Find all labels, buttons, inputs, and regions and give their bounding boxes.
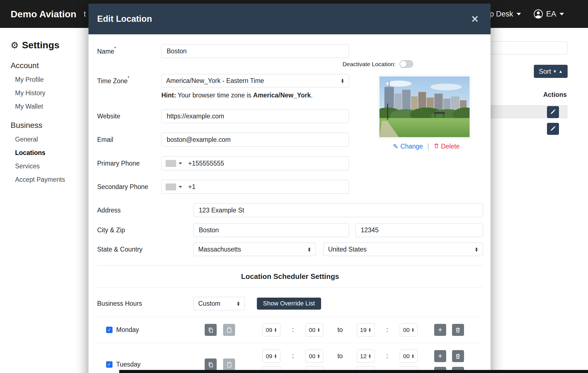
sidebar-item-locations[interactable]: Locations [0,149,87,157]
delete-photo-link[interactable]: Delete [434,143,460,150]
user-initials: EA [546,10,556,18]
name-input[interactable] [161,44,349,58]
deactivate-row: Deactivate Location: [161,60,413,68]
sidebar-item-accept-payments[interactable]: Accept Payments [0,176,87,183]
edit-location-modal: Edit Location × [89,4,491,373]
updown-arrows-icon [307,247,311,252]
name-label: Name* [97,47,161,55]
sidebar-item-my-wallet[interactable]: My Wallet [0,103,87,110]
secondary-phone-input[interactable]: +1 [161,180,349,194]
state-country-label: State & Country [97,246,193,253]
email-input[interactable] [161,133,349,147]
to-minute-select[interactable]: 00 [400,350,418,363]
sort-button[interactable]: Sort ▼ ▲ [534,65,568,78]
day-checkbox[interactable]: ✓ [106,327,113,333]
business-hours-mode-value: Custom [198,300,220,307]
to-label: to [337,352,343,360]
state-value: Massachusetts [198,246,241,253]
updown-arrows-icon [368,354,371,358]
address-input[interactable] [193,203,483,217]
settings-sidebar: ⚙ Settings Account My Profile My History… [0,28,87,183]
bottom-bar [119,370,588,373]
divider [97,265,483,266]
gear-icon: ⚙ [11,41,19,50]
delete-range-button[interactable] [452,324,464,336]
photo-actions: ✎ Change | Delete [378,143,474,150]
day-ranges: 09:00to12:00+14:00to18:00+ [262,350,483,373]
copy-hours-button[interactable] [205,358,217,370]
updown-arrows-icon [368,328,371,332]
paste-hours-button[interactable] [223,358,235,370]
business-hours-mode-select[interactable]: Custom [193,297,245,310]
colon-separator: : [292,352,294,360]
primary-phone-label: Primary Phone [97,160,161,167]
to-minute-select[interactable]: 00 [400,323,418,336]
to-hour-select[interactable]: 19 [357,323,375,336]
change-label: Change [400,143,423,150]
scheduler-day-row: ✓Monday09:00to19:00+ [97,317,483,343]
add-range-button[interactable]: + [434,350,446,362]
country-flag-placeholder[interactable] [166,160,176,167]
primary-phone-input[interactable]: +155555555 [161,156,349,170]
actions-column-header: Actions [514,91,567,99]
copy-hours-button[interactable] [205,324,217,336]
pencil-icon [550,125,556,133]
caret-down-icon [517,13,521,15]
day-checkbox[interactable]: ✓ [106,361,113,368]
close-icon[interactable]: × [471,13,478,25]
settings-title-label: Settings [22,40,59,51]
deactivate-label: Deactivate Location: [343,61,396,68]
updown-arrows-icon [274,328,277,332]
deactivate-toggle[interactable] [400,60,413,68]
modal-body: ✎ Change | Delete Name* Deactivate Locat… [89,34,491,373]
paste-hours-button[interactable] [223,324,235,336]
updown-arrows-icon [411,328,414,332]
trash-icon [434,143,439,150]
updown-arrows-icon [317,328,320,332]
day-tools [205,358,262,370]
location-photo [378,75,471,139]
colon-separator: : [386,326,388,334]
brand-link[interactable]: Demo Aviation [11,0,77,28]
state-select[interactable]: Massachusetts [193,243,316,256]
day-cell: ✓Monday [97,326,205,334]
zip-input[interactable] [355,223,483,237]
from-hour-select[interactable]: 09 [262,350,280,363]
show-override-list-button[interactable]: Show Override List [257,298,321,310]
updown-arrows-icon [317,354,320,358]
time-range-row: 09:00to19:00+ [262,323,483,336]
city-input[interactable] [193,223,349,237]
modal-header: Edit Location × [89,4,491,34]
nav-item-fragment[interactable]: t [84,0,86,28]
from-minute-select[interactable]: 00 [305,350,323,363]
edit-row-button[interactable] [547,123,559,135]
updown-arrows-icon [411,354,414,358]
edit-row-button[interactable] [547,106,559,118]
country-flag-placeholder[interactable] [166,183,176,190]
change-photo-link[interactable]: ✎ Change [393,143,423,150]
day-label: Tuesday [116,361,140,368]
to-hour-select[interactable]: 12 [357,350,375,363]
secondary-phone-value: +1 [188,183,195,191]
sidebar-item-my-history[interactable]: My History [0,89,87,97]
sidebar-item-general[interactable]: General [0,136,87,143]
time-range-row: 09:00to12:00+ [262,350,483,363]
delete-range-button[interactable] [452,350,464,362]
secondary-phone-label: Secondary Phone [97,183,161,191]
modal-title: Edit Location [97,14,152,24]
country-select[interactable]: United States [323,243,483,256]
from-hour-select[interactable]: 09 [262,323,280,336]
website-input[interactable] [161,109,349,123]
caret-down-icon [179,186,182,188]
user-menu[interactable]: EA [533,9,564,19]
from-minute-select[interactable]: 00 [305,323,323,336]
to-label: to [337,326,343,334]
sidebar-item-services[interactable]: Services [0,162,87,170]
add-range-button[interactable]: + [434,324,446,336]
updown-arrows-icon [274,354,277,358]
sidebar-item-my-profile[interactable]: My Profile [0,76,87,83]
sort-asc-icon: ▲ [559,69,563,73]
scheduler-day-row: ✓Tuesday09:00to12:00+14:00to18:00+ [97,343,483,373]
timezone-select[interactable]: America/New_York - Eastern Time [161,74,349,87]
updown-arrows-icon [341,78,344,83]
